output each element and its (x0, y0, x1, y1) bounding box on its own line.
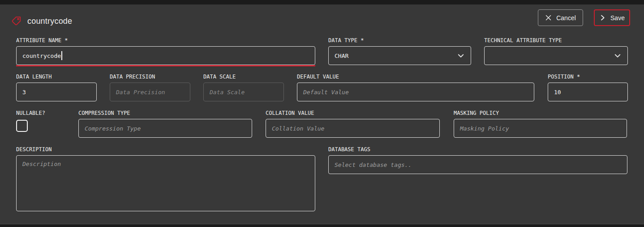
data-type-label: DATA TYPE * (328, 37, 471, 44)
database-tags-input[interactable] (328, 155, 627, 174)
chevron-down-icon (457, 52, 465, 60)
description-textarea[interactable] (16, 155, 315, 211)
data-scale-group: DATA SCALE (203, 74, 284, 101)
data-precision-group: DATA PRECISION (110, 74, 190, 101)
database-tags-label: DATABASE TAGS (328, 146, 627, 153)
compression-type-group: COMPRESSION TYPE (78, 110, 252, 138)
attribute-edit-panel: countrycode Cancel Save ATTRIBUTE NAME *… (0, 0, 644, 227)
cancel-button[interactable]: Cancel (538, 9, 583, 26)
database-tags-group: DATABASE TAGS (328, 146, 627, 174)
chevron-down-icon (614, 52, 622, 60)
chevron-right-icon (599, 14, 606, 21)
data-type-group: DATA TYPE * CHAR (328, 37, 471, 65)
masking-policy-label: MASKING POLICY (454, 110, 627, 116)
validation-underline (16, 65, 315, 66)
data-length-input[interactable] (16, 83, 97, 101)
technical-attribute-type-label: TECHNICAL ATTRIBUTE TYPE (484, 37, 628, 44)
attribute-name-label: ATTRIBUTE NAME * (16, 37, 315, 44)
default-value-input[interactable] (297, 83, 534, 101)
data-type-select[interactable]: CHAR (328, 46, 471, 65)
data-precision-input[interactable] (110, 83, 190, 101)
position-group: POSITION * (548, 74, 628, 101)
description-group: DESCRIPTION (16, 146, 315, 211)
bottom-frame-bar (0, 224, 644, 227)
save-button[interactable]: Save (594, 9, 630, 26)
technical-attribute-type-select[interactable] (484, 46, 628, 65)
data-scale-input[interactable] (203, 83, 284, 101)
compression-type-label: COMPRESSION TYPE (78, 110, 252, 116)
position-input[interactable] (548, 83, 628, 101)
nullable-label: NULLABLE? (16, 110, 70, 116)
collation-value-input[interactable] (266, 119, 440, 138)
masking-policy-group: MASKING POLICY (454, 110, 627, 138)
masking-policy-input[interactable] (454, 119, 627, 138)
collation-value-label: COLLATION VALUE (266, 110, 440, 116)
text-cursor (61, 51, 62, 60)
save-button-label: Save (610, 14, 625, 22)
page-title: countrycode (27, 17, 72, 26)
compression-type-input[interactable] (78, 119, 252, 138)
top-frame-bar (0, 0, 644, 4)
position-label: POSITION * (548, 74, 628, 80)
data-precision-label: DATA PRECISION (110, 74, 190, 80)
technical-attribute-type-group: TECHNICAL ATTRIBUTE TYPE (484, 37, 628, 65)
default-value-group: DEFAULT VALUE (297, 74, 534, 101)
cancel-button-label: Cancel (556, 14, 576, 22)
data-length-label: DATA LENGTH (16, 74, 97, 80)
attribute-name-group: ATTRIBUTE NAME * (16, 37, 315, 65)
data-length-group: DATA LENGTH (16, 74, 97, 101)
nullable-checkbox[interactable] (16, 120, 28, 132)
header: countrycode (11, 16, 72, 26)
nullable-group: NULLABLE? (16, 110, 70, 132)
tag-icon (11, 16, 21, 26)
close-icon (545, 14, 552, 21)
collation-value-group: COLLATION VALUE (266, 110, 440, 138)
description-label: DESCRIPTION (16, 146, 315, 153)
data-type-value: CHAR (335, 52, 348, 59)
default-value-label: DEFAULT VALUE (297, 74, 534, 80)
data-scale-label: DATA SCALE (203, 74, 284, 80)
